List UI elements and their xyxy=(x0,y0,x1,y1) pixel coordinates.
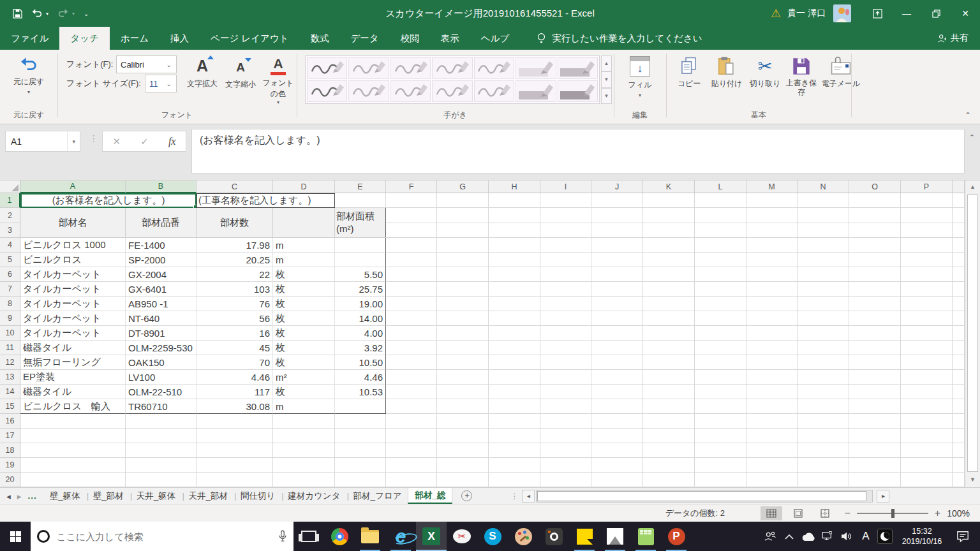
cell[interactable] xyxy=(540,399,591,414)
redo-dropdown-icon[interactable]: ▾ xyxy=(72,11,75,17)
cell[interactable] xyxy=(798,238,849,253)
cell[interactable] xyxy=(273,414,335,429)
material-qty[interactable]: 30.08 xyxy=(197,399,273,414)
material-area[interactable] xyxy=(335,399,386,414)
cell[interactable] xyxy=(335,193,386,208)
row-header-18[interactable]: 18 xyxy=(0,443,20,458)
cell[interactable] xyxy=(746,311,798,326)
cell[interactable] xyxy=(591,253,643,267)
cell[interactable] xyxy=(591,311,643,326)
page-layout-view-button[interactable] xyxy=(787,506,809,520)
cell[interactable] xyxy=(695,253,746,267)
undo-icon[interactable] xyxy=(31,8,43,18)
material-unit[interactable]: m xyxy=(273,399,335,414)
cell[interactable] xyxy=(335,458,386,473)
tray-people-icon[interactable] xyxy=(761,531,780,541)
cell[interactable] xyxy=(591,297,643,311)
material-unit[interactable]: 枚 xyxy=(273,385,335,399)
taskbar-icon-file-explorer[interactable] xyxy=(355,522,385,551)
cell[interactable] xyxy=(695,429,746,443)
cell[interactable] xyxy=(437,326,489,341)
cell[interactable] xyxy=(746,414,798,429)
cell[interactable] xyxy=(20,429,126,443)
cell[interactable] xyxy=(798,473,849,487)
cell[interactable] xyxy=(591,399,643,414)
sheet-tab-8[interactable]: 部材_総 xyxy=(408,488,452,504)
cell[interactable] xyxy=(489,341,540,355)
cell[interactable] xyxy=(746,429,798,443)
row-header-19[interactable]: 19 xyxy=(0,458,20,473)
sheet-tab-2[interactable]: |壁_部材 xyxy=(87,488,130,504)
cell[interactable] xyxy=(540,414,591,429)
cell[interactable] xyxy=(489,208,540,223)
cell[interactable] xyxy=(849,355,901,370)
cell[interactable] xyxy=(695,311,746,326)
material-code[interactable]: GX-2004 xyxy=(126,267,197,282)
material-code[interactable]: LV100 xyxy=(126,370,197,385)
collapse-ribbon-icon[interactable]: ⌃ xyxy=(965,111,971,120)
cell[interactable] xyxy=(849,429,901,443)
row-header-8[interactable]: 8 xyxy=(0,297,20,311)
cell[interactable] xyxy=(798,282,849,297)
column-header-d[interactable]: D xyxy=(273,180,335,193)
cell[interactable] xyxy=(126,414,197,429)
row-header-20[interactable]: 20 xyxy=(0,473,20,487)
cell[interactable] xyxy=(643,443,695,458)
cell[interactable] xyxy=(746,443,798,458)
zoom-out-icon[interactable]: − xyxy=(845,508,850,519)
ribbon-tab-home[interactable]: ホーム xyxy=(110,27,160,50)
taskbar-icon-powerpoint[interactable]: P xyxy=(661,522,692,551)
cell[interactable] xyxy=(695,473,746,487)
avatar[interactable] xyxy=(833,4,851,22)
save-icon[interactable] xyxy=(13,9,22,18)
save-button[interactable]: 上書き保存 xyxy=(785,56,818,96)
cell[interactable] xyxy=(849,238,901,253)
cell[interactable] xyxy=(695,267,746,282)
cell[interactable] xyxy=(489,414,540,429)
column-header-h[interactable]: H xyxy=(489,180,540,193)
table-header-d-spacer[interactable] xyxy=(273,208,335,237)
material-name[interactable]: 磁器タイル xyxy=(20,341,126,355)
column-header-b[interactable]: B xyxy=(126,180,197,193)
material-qty[interactable]: 17.98 xyxy=(197,238,273,253)
cell[interactable] xyxy=(746,458,798,473)
cell[interactable] xyxy=(798,370,849,385)
cell[interactable] xyxy=(489,473,540,487)
cell[interactable] xyxy=(489,355,540,370)
cell[interactable] xyxy=(437,399,489,414)
column-header-l[interactable]: L xyxy=(695,180,746,193)
material-code[interactable]: SP-2000 xyxy=(126,253,197,267)
tray-ime-a-icon[interactable]: A xyxy=(856,530,875,543)
cell[interactable] xyxy=(437,238,489,253)
cell[interactable] xyxy=(591,473,643,487)
cell[interactable] xyxy=(849,326,901,341)
material-code[interactable]: AB950 -1 xyxy=(126,297,197,311)
cell[interactable] xyxy=(849,385,901,399)
enter-icon[interactable]: ✓ xyxy=(140,136,149,147)
ribbon-tab-insert[interactable]: 挿入 xyxy=(160,27,200,50)
material-code[interactable]: FE-1400 xyxy=(126,238,197,253)
restore-button[interactable] xyxy=(921,0,951,27)
cell[interactable] xyxy=(695,399,746,414)
formula-input[interactable]: (お客様名を記入します。) xyxy=(191,129,965,173)
ribbon-tab-formulas[interactable]: 数式 xyxy=(300,27,340,50)
cell[interactable] xyxy=(695,458,746,473)
cell[interactable] xyxy=(695,238,746,253)
cell[interactable] xyxy=(386,326,437,341)
font-name-combo[interactable]: Calibri⌄ xyxy=(116,55,177,73)
column-header-f[interactable]: F xyxy=(386,180,437,193)
cell[interactable] xyxy=(901,458,953,473)
cell[interactable] xyxy=(643,223,695,238)
cell[interactable] xyxy=(798,297,849,311)
cell[interactable] xyxy=(489,370,540,385)
cell[interactable] xyxy=(746,385,798,399)
cell[interactable] xyxy=(591,414,643,429)
cell[interactable] xyxy=(849,282,901,297)
cell[interactable] xyxy=(540,443,591,458)
cell[interactable] xyxy=(746,370,798,385)
cell[interactable] xyxy=(695,443,746,458)
material-qty[interactable]: 117 xyxy=(197,385,273,399)
cell[interactable] xyxy=(437,193,489,208)
material-qty[interactable]: 16 xyxy=(197,326,273,341)
vertical-scrollbar[interactable]: ▲ ▼ xyxy=(965,180,980,487)
